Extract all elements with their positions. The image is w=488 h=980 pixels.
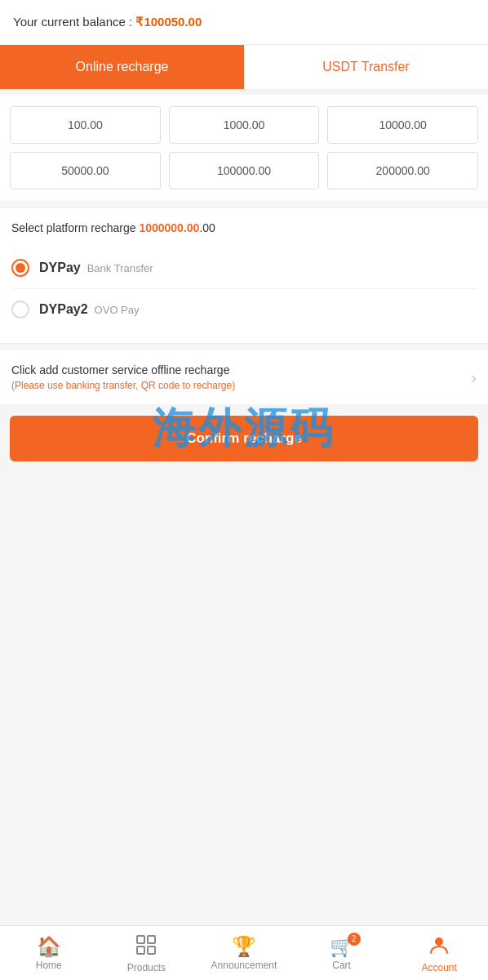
balance-bar: Your current balance : ₹100050.00 [0, 0, 488, 45]
svg-rect-0 [137, 936, 144, 943]
payment-option-dypay[interactable]: DYPay Bank Transfer [11, 247, 477, 289]
nav-item-cart[interactable]: 🛒 2 Cart [293, 926, 391, 980]
nav-item-announcement[interactable]: 🏆 Announcement [195, 926, 293, 980]
dypay-sub: Bank Transfer [87, 262, 153, 274]
amount-option-6[interactable]: 200000.00 [327, 152, 478, 189]
cart-badge: 2 [348, 933, 361, 946]
radio-dypay2 [11, 301, 29, 318]
dypay2-name: DYPay2 [39, 302, 88, 317]
chevron-right-icon: › [471, 368, 477, 387]
nav-announcement-label: Announcement [211, 960, 277, 971]
offline-text: Click add customer service offline recha… [11, 363, 235, 391]
amount-option-1[interactable]: 100.00 [10, 106, 161, 144]
nav-cart-label: Cart [332, 960, 351, 971]
nav-item-home[interactable]: 🏠 Home [0, 926, 98, 980]
svg-rect-3 [148, 947, 155, 954]
dypay2-sub: OVO Pay [95, 304, 140, 316]
radio-dypay [11, 259, 29, 277]
announcement-icon: 🏆 [232, 937, 256, 956]
svg-rect-1 [148, 936, 155, 943]
tab-online-recharge[interactable]: Online recharge [0, 45, 244, 89]
dypay-name: DYPay [39, 261, 81, 275]
amount-option-2[interactable]: 1000.00 [169, 106, 320, 144]
products-icon [135, 934, 157, 959]
recharge-tabs: Online recharge USDT Transfer [0, 45, 488, 90]
nav-item-products[interactable]: Products [98, 926, 196, 980]
confirm-recharge-button[interactable]: Confirm recharge [10, 416, 478, 461]
tab-usdt-transfer[interactable]: USDT Transfer [244, 45, 488, 89]
nav-products-label: Products [127, 962, 166, 973]
amount-grid: 100.00 1000.00 10000.00 50000.00 100000.… [0, 95, 488, 201]
payment-option-dypay2[interactable]: DYPay2 OVO Pay [11, 289, 477, 330]
main-content: Your current balance : ₹100050.00 Online… [0, 0, 488, 546]
offline-main-text: Click add customer service offline recha… [11, 363, 235, 376]
amount-option-4[interactable]: 50000.00 [10, 152, 161, 189]
nav-home-label: Home [36, 960, 62, 971]
offline-section[interactable]: Click add customer service offline recha… [0, 350, 488, 404]
bottom-nav: 🏠 Home Products 🏆 Announcement 🛒 2 Cart [0, 925, 488, 980]
nav-account-label: Account [421, 962, 456, 973]
platform-title: Select platform recharge 1000000.00.00 [11, 221, 477, 234]
cart-icon: 🛒 2 [330, 937, 354, 956]
home-icon: 🏠 [37, 937, 61, 956]
platform-section: Select platform recharge 1000000.00.00 D… [0, 207, 488, 344]
amount-option-5[interactable]: 100000.00 [169, 152, 320, 189]
offline-sub-text: (Please use banking transfer, QR code to… [11, 380, 235, 391]
svg-rect-2 [137, 947, 144, 954]
amount-option-3[interactable]: 10000.00 [327, 106, 478, 144]
nav-item-account[interactable]: Account [390, 926, 488, 980]
svg-point-4 [435, 938, 443, 946]
balance-label: Your current balance : [13, 15, 135, 29]
account-icon [428, 934, 450, 959]
balance-amount: ₹100050.00 [135, 15, 202, 29]
